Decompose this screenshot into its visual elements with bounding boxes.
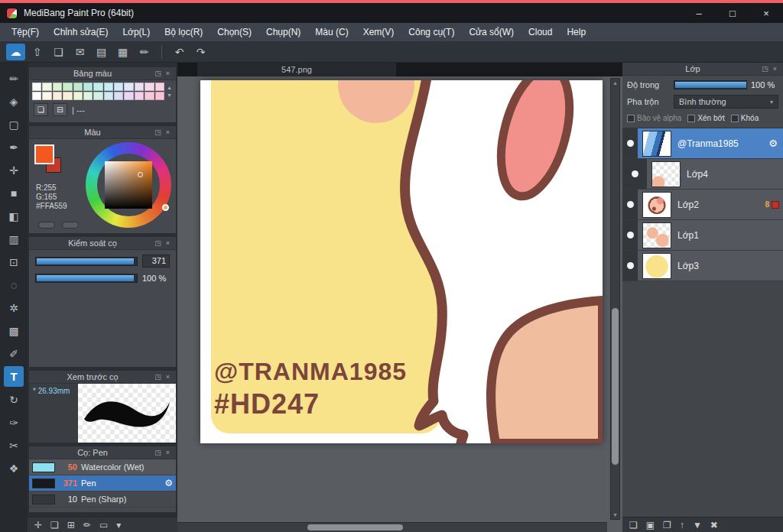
panel-close-icon[interactable]: × bbox=[163, 239, 173, 247]
magic-wand-tool[interactable]: ✲ bbox=[4, 297, 24, 318]
palette-swatch[interactable] bbox=[145, 92, 154, 100]
canvas-viewport[interactable]: @TRANMA1985 #HD247 ▲ ▼ bbox=[177, 76, 622, 532]
add-layer-button[interactable]: ❏ bbox=[629, 520, 638, 530]
panel-float-icon[interactable]: ◳ bbox=[153, 70, 163, 77]
palette-swatch[interactable] bbox=[93, 92, 102, 100]
hand-tool[interactable]: ❖ bbox=[4, 458, 24, 478]
panel-close-icon[interactable]: × bbox=[163, 449, 173, 456]
text-tool[interactable]: T bbox=[4, 366, 24, 387]
maximize-button[interactable]: □ bbox=[716, 3, 749, 23]
panel-close-icon[interactable]: × bbox=[163, 373, 173, 381]
palette-swatch[interactable] bbox=[135, 92, 144, 100]
bucket-tool[interactable]: ◧ bbox=[4, 206, 24, 226]
palette-scroll-down-icon[interactable]: ▼ bbox=[167, 92, 172, 98]
palette-swatch[interactable] bbox=[53, 92, 62, 100]
palette-swatch[interactable] bbox=[32, 83, 41, 91]
layer-row-selected[interactable]: @Tranma1985 ⚙ bbox=[622, 128, 783, 159]
menu-item-view[interactable]: Xem(V) bbox=[356, 24, 401, 40]
color-option-button[interactable] bbox=[38, 222, 55, 229]
menu-item-file[interactable]: Tệp(F) bbox=[5, 24, 46, 40]
palette-swatch[interactable] bbox=[42, 83, 51, 91]
cloud-save-button[interactable]: ☁ bbox=[6, 44, 25, 60]
merge-layer-button[interactable]: ▼ bbox=[693, 520, 702, 530]
new-brush-button[interactable]: ❏ bbox=[50, 520, 59, 530]
horizontal-scrollbar[interactable] bbox=[177, 522, 607, 532]
layer-thumbnail[interactable] bbox=[642, 192, 671, 218]
duplicate-layer-button[interactable]: ❐ bbox=[663, 520, 671, 530]
panel-close-icon[interactable]: × bbox=[163, 70, 173, 77]
brush-list-item[interactable]: 10 Pen (Sharp) bbox=[29, 491, 176, 508]
palette-swatch[interactable] bbox=[73, 92, 83, 100]
panel-float-icon[interactable]: ◳ bbox=[760, 65, 770, 73]
add-brush-button[interactable]: ✛ bbox=[34, 520, 42, 530]
alpha-protect-checkbox[interactable]: Bảo vệ alpha bbox=[627, 114, 681, 122]
hue-picker-dot[interactable] bbox=[162, 204, 169, 211]
comment-button[interactable]: ❏ bbox=[49, 44, 68, 60]
menu-item-edit[interactable]: Chỉnh sửa(E) bbox=[47, 24, 115, 40]
control-pen-tool[interactable]: ✑ bbox=[4, 412, 24, 433]
menu-item-snap[interactable]: Chụp(N) bbox=[259, 24, 307, 40]
layer-visibility-toggle[interactable] bbox=[622, 128, 638, 158]
select-tool[interactable]: ⊡ bbox=[4, 251, 24, 272]
menu-item-select[interactable]: Chọn(S) bbox=[210, 24, 258, 40]
palette-swatch[interactable] bbox=[124, 83, 133, 91]
menu-item-tools[interactable]: Công cụ(T) bbox=[401, 24, 461, 40]
brush-size-slider[interactable] bbox=[35, 257, 138, 266]
palette-swatch[interactable] bbox=[114, 83, 123, 91]
layer-thumbnail[interactable] bbox=[651, 161, 681, 187]
palette-swatch[interactable] bbox=[63, 83, 72, 91]
move-tool[interactable]: ✛ bbox=[4, 160, 24, 180]
palette-swatch[interactable] bbox=[32, 92, 41, 100]
hue-wheel[interactable] bbox=[86, 142, 171, 228]
layer-row[interactable]: Lớp3 bbox=[622, 251, 783, 281]
panel-float-icon[interactable]: ◳ bbox=[153, 373, 163, 381]
layer-thumbnail[interactable] bbox=[642, 131, 671, 157]
brush-list-item[interactable]: 50 Watercolor (Wet) bbox=[29, 459, 176, 475]
foreground-color-swatch[interactable] bbox=[34, 144, 54, 164]
vertical-scrollbar[interactable]: ▲ ▼ bbox=[610, 78, 620, 520]
palette-swatch[interactable] bbox=[145, 83, 154, 91]
vertical-scrollbar-thumb[interactable] bbox=[612, 308, 619, 465]
brush-opacity-slider[interactable] bbox=[35, 274, 138, 283]
redo-button[interactable]: ↷ bbox=[191, 44, 210, 60]
shape-brush-tool[interactable]: ▢ bbox=[4, 114, 24, 135]
undo-button[interactable]: ↶ bbox=[170, 44, 189, 60]
menu-item-window[interactable]: Cửa sổ(W) bbox=[462, 24, 521, 40]
panel-close-icon[interactable]: × bbox=[770, 65, 780, 73]
palette-swatch[interactable] bbox=[155, 83, 164, 91]
document-tab[interactable]: 547.png bbox=[197, 63, 396, 76]
brush-settings-gear-icon[interactable]: ⚙ bbox=[164, 478, 173, 488]
divide-tool[interactable]: ✂ bbox=[4, 435, 24, 456]
layer-visibility-toggle[interactable] bbox=[622, 251, 638, 281]
chat-button[interactable]: ✉ bbox=[70, 44, 89, 60]
rotate-tool[interactable]: ↻ bbox=[4, 389, 24, 410]
color-option-button[interactable] bbox=[62, 222, 79, 229]
brush-tool[interactable]: ✏ bbox=[4, 68, 24, 89]
brush-list-item-selected[interactable]: 371 Pen ⚙ bbox=[29, 475, 176, 491]
panel-float-icon[interactable]: ◳ bbox=[153, 449, 163, 456]
layer-visibility-toggle[interactable] bbox=[622, 190, 638, 219]
palette-scroll-up-icon[interactable]: ▲ bbox=[167, 85, 172, 90]
edit-doc-button[interactable]: ✏ bbox=[135, 44, 154, 60]
grid-view-button[interactable]: ▦ bbox=[113, 44, 132, 60]
gradient-tool[interactable]: ▥ bbox=[4, 229, 24, 249]
palette-swatch[interactable] bbox=[83, 83, 93, 91]
menu-item-cloud[interactable]: Cloud bbox=[521, 24, 559, 40]
layer-row[interactable]: Lớp1 bbox=[622, 220, 783, 251]
layer-row[interactable]: Lớp2 8 bbox=[622, 190, 783, 220]
fill-rect-tool[interactable]: ■ bbox=[4, 183, 24, 203]
pattern-tool[interactable]: ▩ bbox=[4, 320, 24, 341]
palette-swatch[interactable] bbox=[135, 83, 144, 91]
add-swatch-button[interactable]: ❏ bbox=[34, 103, 48, 116]
export-button[interactable]: ⇧ bbox=[28, 44, 47, 60]
layer-row[interactable]: Lớp4 bbox=[622, 159, 783, 190]
drawing-canvas[interactable]: @TRANMA1985 #HD247 bbox=[200, 80, 603, 443]
delete-layer-button[interactable]: ✖ bbox=[710, 520, 718, 530]
palette-swatch[interactable] bbox=[63, 92, 72, 100]
pages-button[interactable]: ▤ bbox=[92, 44, 111, 60]
edit-brush-button[interactable]: ✏ bbox=[83, 520, 91, 530]
scroll-down-icon[interactable]: ▼ bbox=[611, 511, 619, 519]
brush-folder-button[interactable]: ▭ bbox=[99, 520, 108, 530]
select-pen-tool[interactable]: ✐ bbox=[4, 343, 24, 364]
layer-opacity-slider[interactable] bbox=[674, 80, 747, 89]
